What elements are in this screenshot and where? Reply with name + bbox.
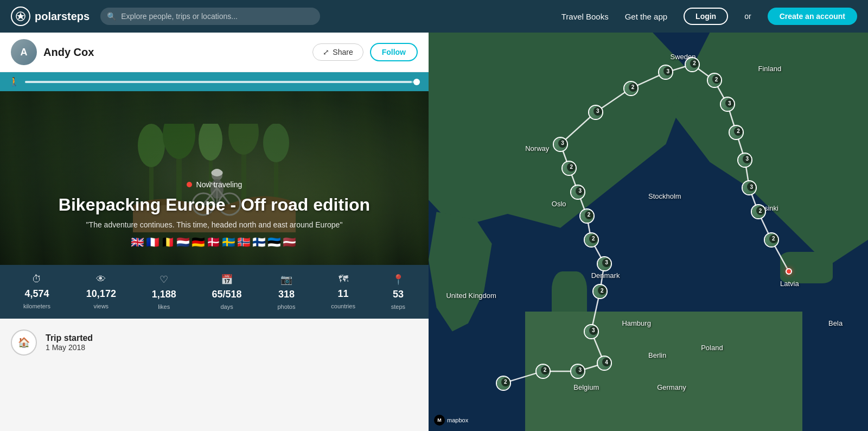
- route-dot[interactable]: 2: [707, 73, 722, 88]
- route-dot[interactable]: 3: [588, 105, 603, 120]
- route-dot[interactable]: 3: [720, 97, 735, 112]
- home-icon: 🏠: [11, 329, 37, 356]
- mapbox-text: mapbox: [447, 417, 468, 423]
- walk-icon: 🚶: [9, 77, 20, 87]
- svg-point-7: [163, 124, 195, 159]
- stat-label: steps: [391, 303, 405, 310]
- route-dot[interactable]: 2: [729, 125, 744, 140]
- header-nav: Travel Books Get the app Login or Create…: [561, 8, 857, 25]
- or-text: or: [744, 12, 751, 21]
- svg-point-10: [263, 124, 289, 162]
- progress-fill: [25, 81, 412, 83]
- route-dot[interactable]: 2: [579, 208, 595, 224]
- route-dot[interactable]: 3: [742, 180, 757, 195]
- header: polarsteps 🔍 Travel Books Get the app Lo…: [0, 0, 868, 33]
- now-traveling-text: Now traveling: [196, 180, 242, 189]
- stat-icon: ♡: [159, 274, 168, 286]
- route-dot[interactable]: 2: [592, 284, 608, 299]
- route-dot[interactable]: 2: [623, 81, 639, 96]
- route-dot[interactable]: 3: [737, 153, 752, 168]
- trip-flags: 🇬🇧🇫🇷🇧🇪🇳🇱🇩🇪🇩🇰🇸🇪🇳🇴🇫🇮🇪🇪🇱🇻: [11, 236, 418, 249]
- user-bar: A Andy Cox ⤢ Share Follow: [0, 33, 429, 72]
- progress-dot: [413, 79, 420, 85]
- stat-label: views: [94, 303, 109, 309]
- hero-image: Now traveling Bikepacking Europe - Off r…: [0, 91, 429, 265]
- create-account-button[interactable]: Create an account: [768, 8, 857, 25]
- stat-item: 👁 10,172 views: [86, 274, 116, 310]
- route-dot[interactable]: 2: [496, 376, 511, 391]
- stat-icon: 📷: [280, 274, 292, 286]
- live-indicator: [187, 182, 192, 187]
- search-icon: 🔍: [107, 12, 116, 21]
- user-name: Andy Cox: [43, 46, 306, 59]
- follow-button[interactable]: Follow: [370, 43, 418, 61]
- route-line: [429, 33, 868, 431]
- stat-item: 📷 318 photos: [277, 274, 295, 310]
- left-panel: A Andy Cox ⤢ Share Follow 🚶: [0, 33, 429, 431]
- nav-get-app[interactable]: Get the app: [625, 12, 667, 21]
- trip-started: 🏠 Trip started 1 May 2018: [11, 329, 418, 356]
- share-button[interactable]: ⤢ Share: [312, 43, 363, 61]
- stat-value: 318: [278, 289, 295, 300]
- hero-content: Now traveling Bikepacking Europe - Off r…: [0, 180, 429, 249]
- stat-label: countries: [331, 303, 355, 309]
- mapbox-logo: M mapbox: [434, 415, 468, 426]
- route-dot[interactable]: 3: [597, 256, 612, 271]
- stats-bar: ⏱ 4,574 kilometers 👁 10,172 views ♡ 1,18…: [0, 265, 429, 319]
- route-dot[interactable]: 2: [685, 57, 700, 72]
- logo-icon: [11, 7, 30, 26]
- stat-icon: 📍: [392, 274, 404, 286]
- stat-icon: ⏱: [32, 274, 42, 285]
- map-background: SwedenFinlandNorwayOsloStockholmHelsinki…: [429, 33, 868, 431]
- progress-track: [25, 81, 420, 83]
- login-button[interactable]: Login: [684, 8, 728, 25]
- trip-started-date: 1 May 2018: [46, 343, 85, 352]
- stat-value: 65/518: [212, 289, 242, 300]
- svg-point-6: [138, 124, 165, 167]
- trip-title: Bikepacking Europe - Off road edition: [11, 194, 418, 215]
- logo[interactable]: polarsteps: [11, 7, 90, 26]
- search-input[interactable]: [100, 8, 320, 25]
- route-dot[interactable]: 4: [597, 356, 612, 371]
- stat-label: photos: [277, 303, 295, 310]
- stat-item: 📅 65/518 days: [212, 274, 242, 310]
- route-dot[interactable]: 3: [553, 137, 568, 152]
- trip-details: 🏠 Trip started 1 May 2018: [0, 319, 429, 431]
- route-dot[interactable]: 2: [764, 232, 779, 248]
- stat-item: 🗺 11 countries: [331, 274, 355, 310]
- stat-value: 1,188: [152, 289, 176, 300]
- stat-item: 📍 53 steps: [391, 274, 405, 310]
- nav-travel-books[interactable]: Travel Books: [561, 12, 609, 21]
- stat-value: 4,574: [24, 288, 49, 300]
- stat-label: likes: [158, 303, 170, 310]
- stat-icon: 🗺: [339, 274, 348, 285]
- route-dot[interactable]: 2: [584, 232, 599, 248]
- route-dot[interactable]: 2: [535, 364, 551, 379]
- route-dot[interactable]: 3: [570, 364, 585, 379]
- route-dot[interactable]: 3: [570, 185, 585, 200]
- route-dot[interactable]: 3: [584, 324, 599, 339]
- trip-started-text: Trip started 1 May 2018: [46, 333, 93, 352]
- search-bar[interactable]: 🔍: [100, 8, 320, 25]
- now-traveling: Now traveling: [11, 180, 418, 189]
- stat-icon: 📅: [221, 274, 233, 286]
- map-panel: SwedenFinlandNorwayOsloStockholmHelsinki…: [429, 33, 868, 431]
- share-label: Share: [333, 48, 353, 56]
- svg-point-8: [199, 124, 222, 161]
- logo-text: polarsteps: [35, 10, 90, 23]
- route-dot[interactable]: 2: [751, 204, 766, 219]
- stat-value: 53: [393, 289, 404, 300]
- stat-label: kilometers: [23, 303, 50, 309]
- route-dot[interactable]: 3: [658, 65, 673, 80]
- stat-value: 11: [338, 288, 349, 300]
- share-icon: ⤢: [323, 48, 329, 56]
- stat-icon: 👁: [96, 274, 106, 285]
- avatar: A: [11, 39, 37, 65]
- main-content: A Andy Cox ⤢ Share Follow 🚶: [0, 33, 868, 431]
- mapbox-icon: M: [434, 415, 445, 426]
- route-dot[interactable]: 2: [561, 161, 577, 176]
- current-position: [786, 268, 792, 275]
- trip-started-label: Trip started: [46, 333, 93, 343]
- svg-point-9: [228, 124, 259, 155]
- progress-bar: 🚶: [0, 72, 429, 91]
